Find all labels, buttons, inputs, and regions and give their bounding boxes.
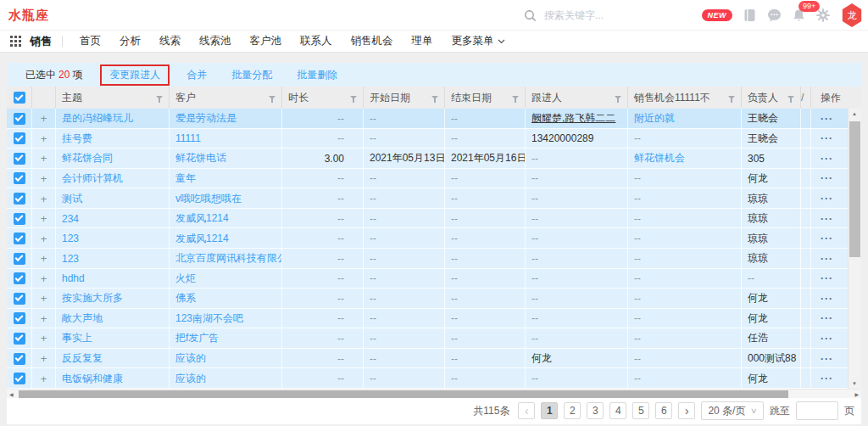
customer-link[interactable]: 发威风1214 [175,232,229,246]
filter-icon[interactable] [787,96,794,99]
subject-link[interactable]: 123 [62,253,79,265]
page-button-6[interactable]: 6 [655,402,672,419]
nav-item-orders[interactable]: 理单 [403,34,442,48]
customer-link[interactable]: 火炬 [175,272,196,286]
expand-row-button[interactable] [41,233,47,245]
row-checkbox[interactable] [14,193,25,205]
page-button-1[interactable]: 1 [541,402,558,419]
opportunity-link[interactable]: 附近的就 [634,111,675,126]
row-checkbox[interactable] [14,172,25,184]
page-button-3[interactable]: 3 [587,402,604,419]
opportunity-link[interactable]: -- [634,213,641,225]
nav-more-menu[interactable]: 更多菜单 [442,34,515,48]
row-actions-menu[interactable] [821,172,833,184]
merge-button[interactable]: 合并 [186,68,207,82]
jump-page-input[interactable] [796,401,838,420]
subject-link[interactable]: 测试 [62,192,82,206]
customer-link[interactable]: 鲜花饼电话 [175,151,226,165]
prev-page-button[interactable] [518,402,535,419]
row-actions-menu[interactable] [821,293,833,305]
row-actions-menu[interactable] [821,312,833,324]
row-actions-menu[interactable] [821,333,833,345]
expand-row-button[interactable] [41,292,47,305]
row-checkbox[interactable] [14,272,25,284]
opportunity-link[interactable]: -- [634,353,641,365]
expand-row-button[interactable] [41,312,47,325]
filter-icon[interactable] [431,96,438,99]
row-checkbox[interactable] [14,213,25,225]
opportunity-link[interactable]: 鲜花饼机会 [634,151,685,165]
customer-link[interactable]: 把f发广告 [175,331,219,345]
expand-row-button[interactable] [41,193,47,205]
expand-row-button[interactable] [41,172,47,185]
row-checkbox[interactable] [14,293,25,305]
page-button-2[interactable]: 2 [564,402,581,419]
select-all-checkbox[interactable] [14,92,25,104]
customer-link[interactable]: 北京百度网讯科技有限公司 [175,251,282,266]
customer-link[interactable]: 应该的 [175,372,206,386]
horizontal-scrollbar-thumb[interactable] [19,390,788,398]
row-actions-menu[interactable] [821,373,833,384]
customer-link[interactable]: 发威风1214 [175,211,229,226]
customer-link[interactable]: 应该的 [175,351,206,366]
filter-icon[interactable] [156,96,163,99]
row-actions-menu[interactable] [821,353,833,365]
row-checkbox[interactable] [14,153,25,165]
settings-gear-icon[interactable] [816,8,830,22]
row-actions-menu[interactable] [821,213,833,225]
next-page-button[interactable] [678,402,695,419]
subject-link[interactable]: 反反复复 [62,351,103,366]
nav-item-opportunities[interactable]: 销售机会 [342,34,403,48]
customer-link[interactable]: 11111 [175,132,201,144]
row-actions-menu[interactable] [821,233,833,244]
vertical-scrollbar[interactable] [848,109,861,389]
vertical-scrollbar-thumb[interactable] [849,121,860,257]
filter-icon[interactable] [512,96,519,99]
row-actions-menu[interactable] [821,253,833,265]
subject-link[interactable]: 事实上 [62,331,92,345]
row-checkbox[interactable] [14,113,25,125]
nav-item-analysis[interactable]: 分析 [110,34,150,48]
expand-row-button[interactable] [41,132,47,145]
subject-link[interactable]: 234 [62,213,79,225]
row-checkbox[interactable] [14,312,25,324]
subject-link[interactable]: 挂号费 [62,132,92,146]
customer-link[interactable]: 爱是劳动法是 [175,111,236,126]
expand-row-button[interactable] [41,152,47,165]
row-actions-menu[interactable] [821,132,833,144]
nav-item-home[interactable]: 首页 [70,34,110,48]
row-actions-menu[interactable] [821,193,833,205]
customer-link[interactable]: 童年 [175,171,196,186]
row-checkbox[interactable] [14,353,25,365]
messages-icon[interactable] [767,8,782,22]
expand-row-button[interactable] [41,112,47,125]
opportunity-link[interactable]: -- [634,373,641,384]
opportunity-link[interactable]: -- [634,253,641,265]
subject-link[interactable]: 鲜花饼合同 [62,151,113,165]
row-actions-menu[interactable] [821,272,833,284]
opportunity-link[interactable]: -- [634,312,641,324]
row-checkbox[interactable] [14,132,25,144]
page-size-select[interactable]: 20 条/页 ∨ [701,401,764,420]
expand-row-button[interactable] [41,373,47,385]
bulk-assign-button[interactable]: 批量分配 [231,68,272,82]
filter-icon[interactable] [350,96,357,99]
apps-grid-icon[interactable] [10,36,21,47]
bulk-delete-button[interactable]: 批量删除 [297,68,337,82]
expand-row-button[interactable] [41,332,47,345]
expand-row-button[interactable] [41,252,47,265]
customer-link[interactable]: 佛系 [175,291,196,305]
expand-row-button[interactable] [41,272,47,285]
row-actions-menu[interactable] [821,153,833,165]
subject-link[interactable]: 会计师计算机 [62,171,123,186]
nav-module-label[interactable]: 销售 [30,34,52,49]
page-button-4[interactable]: 4 [609,402,626,419]
page-button-5[interactable]: 5 [632,402,649,419]
nav-item-contacts[interactable]: 联系人 [291,34,342,48]
subject-link[interactable]: 是的冯绍峰玩儿 [62,111,133,126]
filter-icon[interactable] [269,96,275,99]
customer-link[interactable]: v哦吃哦想哦在 [175,192,242,206]
app-logo[interactable]: 水瓶座 [8,8,49,24]
opportunity-link[interactable]: -- [634,333,641,345]
notifications-bell-icon[interactable]: 99+ [793,8,805,22]
